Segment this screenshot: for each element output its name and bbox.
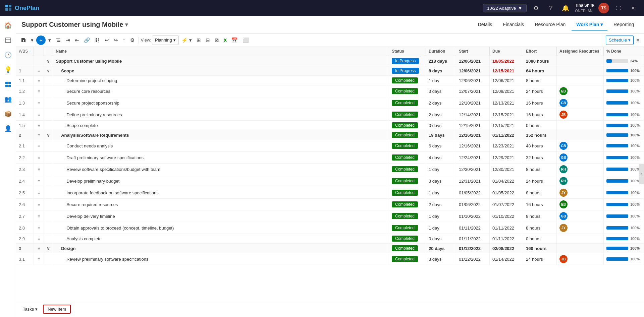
cell-drag-icon[interactable]: ≡ xyxy=(34,109,44,121)
cell-collapse[interactable] xyxy=(44,97,53,109)
sidebar-home[interactable]: 🏠 xyxy=(1,19,15,32)
right-panel-toggle[interactable]: ‹ xyxy=(639,164,644,184)
sidebar-ideas[interactable]: 💡 xyxy=(1,63,15,76)
more-btn[interactable]: ⬜ xyxy=(240,35,251,45)
cell-drag-icon[interactable]: ≡ xyxy=(34,253,44,265)
cell-name[interactable]: Draft preliminary software specification… xyxy=(53,152,389,164)
new-item-button[interactable]: New Item xyxy=(43,305,71,314)
tasks-dropdown[interactable]: Tasks ▾ xyxy=(20,305,40,313)
maximize-icon[interactable]: ⛶ xyxy=(613,3,624,13)
cell-name[interactable]: Obtain approvals to proceed (concept, ti… xyxy=(53,222,389,234)
cell-collapse[interactable] xyxy=(44,121,53,130)
col-due[interactable]: Due xyxy=(490,47,523,56)
cell-collapse[interactable] xyxy=(44,234,53,244)
calendar-btn[interactable]: 📅 xyxy=(229,35,240,45)
move-up-btn[interactable]: ↑ xyxy=(121,35,127,45)
nav-resource-plan[interactable]: Resource Plan xyxy=(530,19,570,30)
col-start[interactable]: Start xyxy=(456,47,490,56)
cell-name[interactable]: Review software specifications/budget wi… xyxy=(53,164,389,175)
settings2-btn[interactable]: ⚙ xyxy=(128,35,137,45)
col-done[interactable]: % Done xyxy=(604,47,644,56)
undo-btn[interactable]: ↩ xyxy=(103,35,111,45)
table-row[interactable]: 1.4≡Define preliminary resourcesComplete… xyxy=(16,109,644,121)
cell-name[interactable]: Conduct needs analysis xyxy=(53,140,389,152)
cell-collapse[interactable] xyxy=(44,210,53,222)
table-row[interactable]: 2.5≡Incorporate feedback on software spe… xyxy=(16,187,644,199)
unlink-btn[interactable]: ⛓ xyxy=(93,35,102,45)
view-selector[interactable]: Planning ▾ xyxy=(152,36,179,45)
save-dropdown[interactable]: ▾ xyxy=(29,35,36,45)
expand-btn[interactable]: ⊟ xyxy=(204,35,212,45)
sidebar-dashboard[interactable] xyxy=(1,78,15,91)
cell-name[interactable]: Scope xyxy=(53,66,389,76)
cell-drag-icon[interactable]: ≡ xyxy=(34,152,44,164)
cell-drag-icon[interactable]: ≡ xyxy=(34,66,44,76)
table-row[interactable]: 1≡∨ScopeIn Progress8 days12/06/202112/15… xyxy=(16,66,644,76)
cell-name[interactable]: Support Customer using Mobile xyxy=(53,56,389,66)
table-row[interactable]: 2.9≡Analysis completeCompleted0 days01/1… xyxy=(16,234,644,244)
sidebar-projects[interactable] xyxy=(1,34,15,47)
app-logo[interactable]: OnePlan xyxy=(5,5,39,12)
cell-name[interactable]: Secure project sponsorship xyxy=(53,97,389,109)
cell-collapse[interactable]: ∨ xyxy=(44,130,53,140)
col-resources[interactable]: Assigned Resources xyxy=(557,47,604,56)
cell-name[interactable]: Secure required resources xyxy=(53,199,389,210)
nav-details[interactable]: Details xyxy=(473,19,497,30)
cell-name[interactable]: Scope complete xyxy=(53,121,389,130)
table-row[interactable]: 1.3≡Secure project sponsorshipCompleted2… xyxy=(16,97,644,109)
table-row[interactable]: 2.8≡Obtain approvals to proceed (concept… xyxy=(16,222,644,234)
cell-collapse[interactable] xyxy=(44,109,53,121)
cell-drag-icon[interactable]: ≡ xyxy=(34,210,44,222)
sidebar-team[interactable]: 👥 xyxy=(1,92,15,106)
cell-collapse[interactable] xyxy=(44,199,53,210)
cell-drag-icon[interactable]: ≡ xyxy=(34,85,44,97)
save-btn[interactable] xyxy=(19,35,28,45)
redo-btn[interactable]: ↪ xyxy=(112,35,120,45)
cell-drag-icon[interactable]: ≡ xyxy=(34,130,44,140)
cell-collapse[interactable]: ∨ xyxy=(44,66,53,76)
nav-financials[interactable]: Financials xyxy=(498,19,529,30)
cell-name[interactable]: Review preliminary software specificatio… xyxy=(53,253,389,265)
tenant-selector[interactable]: 10/22 Adaptive ▼ xyxy=(483,4,527,12)
table-row[interactable]: 1.2≡Secure core resourcesCompleted3 days… xyxy=(16,85,644,97)
indent-increase[interactable]: ⇥ xyxy=(64,35,72,45)
notifications-icon[interactable]: 🔔 xyxy=(560,3,571,13)
avatar[interactable]: TS xyxy=(598,3,609,13)
cell-drag-icon[interactable]: ≡ xyxy=(34,234,44,244)
cell-collapse[interactable]: ∨ xyxy=(44,244,53,253)
table-row[interactable]: 2.3≡Review software specifications/budge… xyxy=(16,164,644,175)
sidebar-time[interactable]: 🕐 xyxy=(1,48,15,62)
link-btn[interactable]: 🔗 xyxy=(82,35,92,45)
add-dropdown[interactable]: ▾ xyxy=(46,35,53,45)
cell-name[interactable]: Analysis complete xyxy=(53,234,389,244)
cell-name[interactable]: Define preliminary resources xyxy=(53,109,389,121)
table-row[interactable]: 2.6≡Secure required resourcesCompleted2 … xyxy=(16,199,644,210)
cell-drag-icon[interactable] xyxy=(34,56,44,66)
cell-collapse[interactable] xyxy=(44,152,53,164)
sidebar-packages[interactable]: 📦 xyxy=(1,107,15,121)
col-name[interactable]: Name xyxy=(53,47,389,56)
cell-drag-icon[interactable]: ≡ xyxy=(34,121,44,130)
table-row[interactable]: 2.4≡Develop preliminary budgetCompleted3… xyxy=(16,175,644,187)
collapse-btn[interactable]: ⊠ xyxy=(213,35,221,45)
cell-name[interactable]: Design xyxy=(53,244,389,253)
table-row[interactable]: 2≡∨Analysis/Software RequirementsComplet… xyxy=(16,130,644,140)
project-title-arrow[interactable]: ▾ xyxy=(125,21,128,28)
cell-drag-icon[interactable]: ≡ xyxy=(34,76,44,85)
add-btn[interactable]: + xyxy=(36,36,46,45)
sidebar-user[interactable]: 👤 xyxy=(1,122,15,135)
cell-collapse[interactable] xyxy=(44,164,53,175)
cell-name[interactable]: Develop preliminary budget xyxy=(53,175,389,187)
cell-collapse[interactable] xyxy=(44,187,53,199)
cell-drag-icon[interactable]: ≡ xyxy=(34,97,44,109)
nav-reporting[interactable]: Reporting xyxy=(609,19,639,30)
cell-collapse[interactable] xyxy=(44,85,53,97)
help-icon[interactable]: ? xyxy=(545,3,556,13)
cell-collapse[interactable] xyxy=(44,140,53,152)
layout-btn[interactable]: ≡ xyxy=(634,35,641,45)
cell-collapse[interactable] xyxy=(44,175,53,187)
col-status[interactable]: Status xyxy=(389,47,426,56)
table-row[interactable]: 1.5≡Scope completeCompleted0 days12/15/2… xyxy=(16,121,644,130)
columns-btn[interactable]: ⊞ xyxy=(195,35,203,45)
table-row[interactable]: 2.7≡Develop delivery timelineCompleted1 … xyxy=(16,210,644,222)
